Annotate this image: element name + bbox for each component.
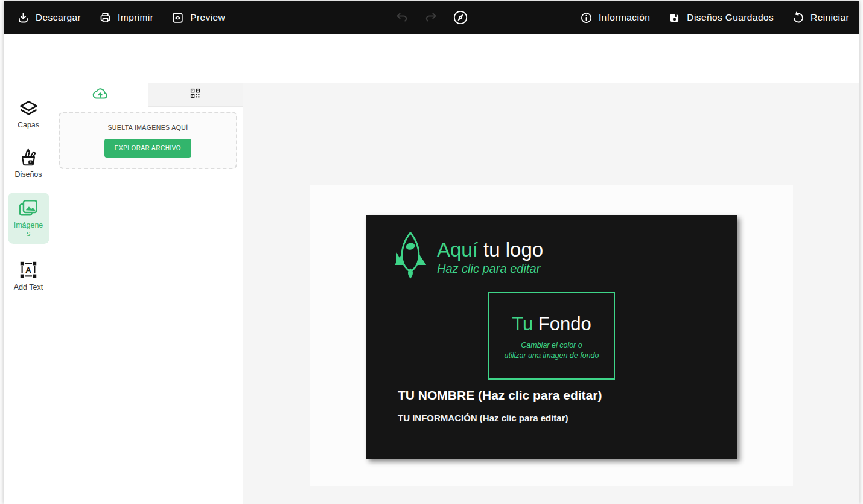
rocket-icon xyxy=(393,231,428,284)
designs-box-icon xyxy=(18,147,39,167)
reset-icon xyxy=(792,11,804,24)
preview-button[interactable]: Preview xyxy=(171,11,225,24)
logo-placeholder[interactable]: Aquí tu logo Haz clic para editar xyxy=(393,231,543,284)
explore-designs-button[interactable] xyxy=(453,10,468,25)
logo-title: Aquí tu logo xyxy=(437,238,543,261)
toolbar-center-group xyxy=(395,10,468,25)
images-icon xyxy=(18,198,39,218)
undo-button[interactable] xyxy=(395,10,409,25)
download-button[interactable]: Descargar xyxy=(17,11,81,24)
sidebar-item-add-text[interactable]: A Add Text xyxy=(8,257,49,294)
logo-title-rest: tu logo xyxy=(478,238,543,261)
business-card-preview[interactable]: Aquí tu logo Haz clic para editar Tu Fon… xyxy=(366,215,737,459)
info-icon xyxy=(580,11,593,24)
sidebar-item-label: Imágenes xyxy=(13,221,44,238)
add-text-icon: A xyxy=(18,260,39,280)
design-canvas: Aquí tu logo Haz clic para editar Tu Fon… xyxy=(243,83,859,504)
sidebar-item-disenos[interactable]: Diseños xyxy=(8,145,49,181)
toolbar-spacer xyxy=(4,34,859,83)
background-title-accent: Tu xyxy=(512,313,533,334)
tab-upload-images[interactable] xyxy=(53,83,148,107)
top-toolbar: Descargar Imprimir xyxy=(4,1,859,34)
redo-icon xyxy=(424,10,438,25)
saved-designs-button[interactable]: Diseños Guardados xyxy=(668,11,774,24)
sidebar-item-imagenes[interactable]: Imágenes xyxy=(8,193,49,244)
reset-button-label: Reiniciar xyxy=(810,12,849,23)
logo-title-accent: Aquí xyxy=(437,238,478,261)
qr-code-icon xyxy=(189,88,201,101)
save-icon xyxy=(668,11,681,24)
background-title-rest: Fondo xyxy=(533,313,591,334)
saved-designs-button-label: Diseños Guardados xyxy=(687,12,774,23)
images-panel: SUELTA IMÁGENES AQUÍ EXPLORAR ARCHIVO xyxy=(53,83,243,504)
preview-eye-icon xyxy=(171,11,184,24)
tab-qr-code[interactable] xyxy=(148,83,243,107)
background-placeholder[interactable]: Tu Fondo Cambiar el color outilizar una … xyxy=(488,292,615,380)
artboard: Aquí tu logo Haz clic para editar Tu Fon… xyxy=(310,185,793,486)
compass-icon xyxy=(453,10,468,25)
sidebar-item-label: Capas xyxy=(18,121,39,129)
toolbar-right-group: Información Diseños Guardados xyxy=(580,11,849,24)
information-button-label: Información xyxy=(599,12,650,23)
cloud-upload-icon xyxy=(91,86,109,103)
print-button[interactable]: Imprimir xyxy=(99,11,153,24)
sidebar-item-label: Add Text xyxy=(14,283,43,292)
svg-text:A: A xyxy=(25,266,31,275)
undo-icon xyxy=(395,10,409,25)
background-title: Tu Fondo xyxy=(512,313,591,335)
background-caption: Cambiar el color outilizar una imagen de… xyxy=(504,340,599,361)
information-button[interactable]: Información xyxy=(580,11,650,24)
logo-subtitle: Haz clic para editar xyxy=(437,262,543,276)
main-content: Capas Diseños xyxy=(4,83,859,504)
redo-button[interactable] xyxy=(424,10,438,25)
explore-file-button[interactable]: EXPLORAR ARCHIVO xyxy=(104,139,191,158)
editor-app: Descargar Imprimir xyxy=(4,1,859,504)
sidebar-item-capas[interactable]: Capas xyxy=(8,97,49,132)
download-icon xyxy=(17,11,30,24)
card-info-text[interactable]: TU INFORMACIÓN (Haz clic para editar) xyxy=(398,413,568,423)
sidebar-item-label: Diseños xyxy=(14,170,42,179)
logo-text-block: Aquí tu logo Haz clic para editar xyxy=(437,238,543,276)
preview-button-label: Preview xyxy=(190,12,225,23)
dropzone-label: SUELTA IMÁGENES AQUÍ xyxy=(107,124,188,131)
reset-button[interactable]: Reiniciar xyxy=(792,11,849,24)
download-button-label: Descargar xyxy=(36,12,81,23)
images-panel-tabs xyxy=(53,83,243,107)
image-dropzone[interactable]: SUELTA IMÁGENES AQUÍ EXPLORAR ARCHIVO xyxy=(59,112,237,169)
tools-sidebar: Capas Diseños xyxy=(4,83,53,504)
print-button-label: Imprimir xyxy=(118,12,153,23)
layers-icon xyxy=(18,100,39,118)
printer-icon xyxy=(99,11,112,24)
card-name-text[interactable]: TU NOMBRE (Haz clic para editar) xyxy=(398,388,602,403)
toolbar-left-group: Descargar Imprimir xyxy=(17,11,225,24)
